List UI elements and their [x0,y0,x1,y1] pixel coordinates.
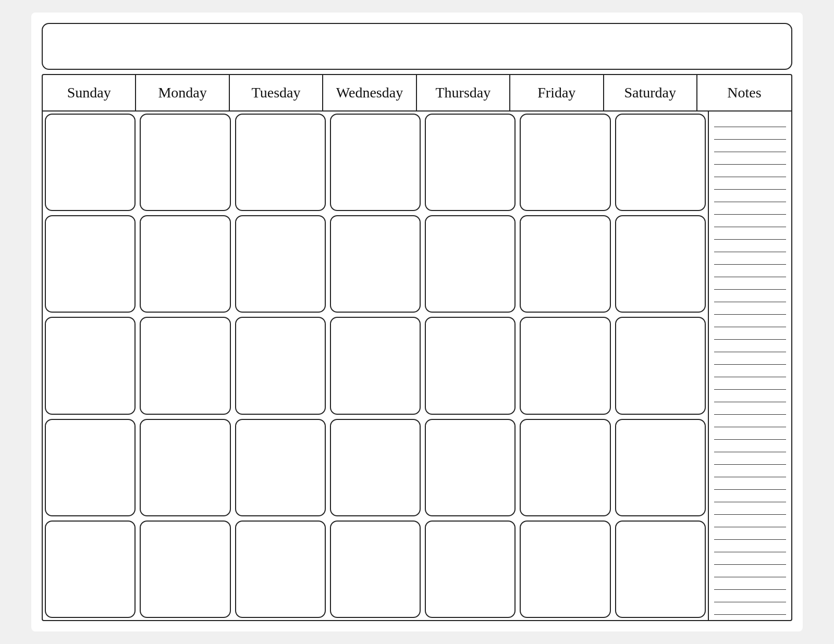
note-line[interactable] [714,141,786,152]
header-wednesday: Wednesday [323,75,416,110]
cell-r4c5[interactable] [425,419,516,516]
cell-r3c6[interactable] [520,317,610,414]
note-line[interactable] [714,316,786,327]
note-line[interactable] [714,266,786,277]
calendar-wrapper: Sunday Monday Tuesday Wednesday Thursday… [42,74,792,621]
note-line[interactable] [714,453,786,465]
cell-r3c1[interactable] [45,317,136,414]
cell-r4c7[interactable] [615,419,706,516]
note-line[interactable] [714,291,786,302]
header-monday: Monday [136,75,229,110]
note-line[interactable] [714,303,786,315]
note-line[interactable] [714,391,786,402]
note-line[interactable] [714,366,786,377]
header-row: Sunday Monday Tuesday Wednesday Thursday… [43,75,791,112]
note-line[interactable] [714,591,786,602]
note-line[interactable] [714,578,786,590]
week-row-4 [43,417,708,518]
cell-r5c2[interactable] [140,521,230,618]
cell-r3c3[interactable] [235,317,326,414]
cell-r2c5[interactable] [425,215,516,313]
cell-r5c7[interactable] [615,521,706,618]
cell-r2c6[interactable] [520,215,610,313]
note-line[interactable] [714,428,786,440]
note-line[interactable] [714,528,786,540]
note-line[interactable] [714,341,786,352]
note-line[interactable] [714,166,786,177]
cell-r5c3[interactable] [235,521,326,618]
cell-r1c6[interactable] [520,114,610,211]
note-line[interactable] [714,253,786,265]
cell-r2c3[interactable] [235,215,326,313]
note-line[interactable] [714,191,786,202]
note-line[interactable] [714,553,786,565]
note-line[interactable] [714,378,786,390]
note-line[interactable] [714,203,786,215]
cell-r1c2[interactable] [140,114,230,211]
note-line[interactable] [714,403,786,415]
cell-r3c4[interactable] [330,317,421,414]
header-sunday: Sunday [43,75,136,110]
note-line[interactable] [714,128,786,140]
cell-r1c7[interactable] [615,114,706,211]
note-line[interactable] [714,566,786,577]
note-line[interactable] [714,503,786,515]
note-line[interactable] [714,278,786,290]
header-thursday: Thursday [417,75,510,110]
calendar-page: Sunday Monday Tuesday Wednesday Thursday… [31,13,803,631]
note-line[interactable] [714,478,786,490]
note-line[interactable] [714,116,786,127]
cell-r3c5[interactable] [425,317,516,414]
header-tuesday: Tuesday [230,75,323,110]
note-line[interactable] [714,328,786,340]
cell-r4c6[interactable] [520,419,610,516]
cell-r5c5[interactable] [425,521,516,618]
title-bar[interactable] [42,23,792,70]
header-saturday: Saturday [604,75,697,110]
note-line[interactable] [714,491,786,502]
week-row-2 [43,213,708,315]
cell-r2c4[interactable] [330,215,421,313]
week-row-5 [43,518,708,620]
cell-r3c2[interactable] [140,317,230,414]
header-friday: Friday [510,75,604,110]
note-line[interactable] [714,228,786,240]
note-line[interactable] [714,441,786,452]
notes-panel[interactable] [708,112,791,620]
note-line[interactable] [714,216,786,227]
note-line[interactable] [714,466,786,477]
note-line[interactable] [714,178,786,190]
cell-r5c4[interactable] [330,521,421,618]
cell-r1c3[interactable] [235,114,326,211]
cell-r1c4[interactable] [330,114,421,211]
header-notes: Notes [697,75,791,110]
cell-r4c1[interactable] [45,419,136,516]
note-line[interactable] [714,516,786,527]
week-row-3 [43,315,708,416]
cell-r1c1[interactable] [45,114,136,211]
cell-r2c2[interactable] [140,215,230,313]
note-line[interactable] [714,416,786,427]
cell-r2c1[interactable] [45,215,136,313]
cell-r5c1[interactable] [45,521,136,618]
cell-r4c2[interactable] [140,419,230,516]
cell-r4c4[interactable] [330,419,421,516]
cell-r5c6[interactable] [520,521,610,618]
week-row-1 [43,112,708,213]
note-line[interactable] [714,541,786,552]
cell-r2c7[interactable] [615,215,706,313]
note-line[interactable] [714,353,786,365]
grid-area [43,112,791,620]
cell-r4c3[interactable] [235,419,326,516]
note-line[interactable] [714,603,786,615]
cell-r1c5[interactable] [425,114,516,211]
days-grid [43,112,708,620]
cell-r3c7[interactable] [615,317,706,414]
note-line[interactable] [714,153,786,165]
note-line[interactable] [714,241,786,252]
